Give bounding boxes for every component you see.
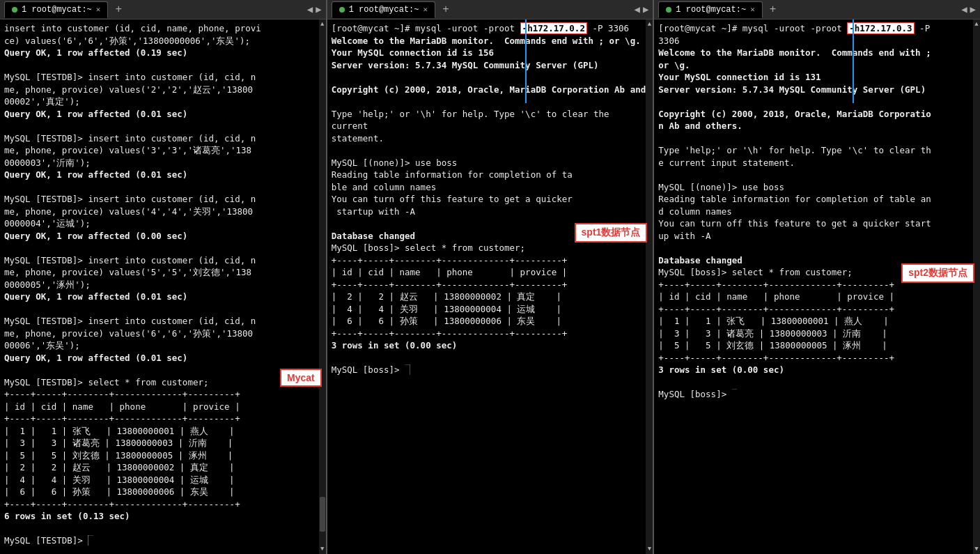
terminal-content-3[interactable]: [root@mycat ~]# mysql -uroot -proot -h17…	[654, 20, 980, 554]
nav-left-3[interactable]: ◀	[961, 3, 967, 15]
tab-close-2[interactable]: ✕	[423, 5, 428, 14]
tab-plus-2[interactable]: +	[438, 3, 453, 16]
terminal-text-2: [root@mycat ~]# mysql -uroot -proot -h17…	[332, 22, 649, 376]
scroll-down-2[interactable]: ▼	[648, 546, 651, 553]
scrollbar-2[interactable]: ▲ ▼	[646, 20, 653, 554]
tab-dot-1	[12, 7, 17, 13]
terminal-text-1: insert into customer (id, cid, name, pho…	[4, 22, 322, 547]
terminal-content-2[interactable]: [root@mycat ~]# mysql -uroot -proot -h17…	[327, 20, 653, 554]
tab-label-1: 1 root@mycat:~	[22, 5, 92, 15]
terminal-panel-2: 1 root@mycat:~ ✕ + ◀ ▶ [root@mycat ~]# m…	[327, 0, 655, 554]
scroll-up-3[interactable]: ▲	[974, 21, 978, 28]
tab-nav-3: ◀ ▶	[961, 3, 976, 15]
terminal-panel-3: 1 root@mycat:~ ✕ + ◀ ▶ [root@mycat ~]# m…	[654, 0, 980, 554]
tab-1[interactable]: 1 root@mycat:~ ✕	[4, 1, 108, 18]
tab-close-3[interactable]: ✕	[750, 5, 755, 14]
tab-bar-3: 1 root@mycat:~ ✕ + ◀ ▶	[654, 0, 980, 20]
scrollbar-3[interactable]: ▲ ▼	[973, 20, 980, 554]
blue-line-3	[853, 20, 854, 103]
tab-label-3: 1 root@mycat:~	[676, 5, 746, 15]
spt2-annotation-label: spt2数据节点	[901, 263, 974, 283]
tab-bar-1: 1 root@mycat:~ ✕ + ◀ ▶	[0, 0, 326, 20]
nav-left-1[interactable]: ◀	[307, 3, 313, 15]
scroll-down-1[interactable]: ▼	[320, 546, 324, 553]
terminals-container: 1 root@mycat:~ ✕ + ◀ ▶ insert into custo…	[0, 0, 980, 554]
terminal-text-3: [root@mycat ~]# mysql -uroot -proot -h17…	[658, 22, 976, 401]
terminal-panel-1: 1 root@mycat:~ ✕ + ◀ ▶ insert into custo…	[0, 0, 327, 554]
terminal-content-1[interactable]: insert into customer (id, cid, name, pho…	[0, 20, 326, 554]
tab-close-1[interactable]: ✕	[96, 5, 101, 14]
tab-2[interactable]: 1 root@mycat:~ ✕	[332, 1, 435, 18]
blue-line-2	[525, 20, 527, 103]
tab-plus-1[interactable]: +	[111, 3, 126, 16]
scroll-down-3[interactable]: ▼	[974, 546, 978, 553]
tab-nav-2: ◀ ▶	[634, 3, 648, 15]
tab-nav-1: ◀ ▶	[307, 3, 322, 15]
tab-bar-2: 1 root@mycat:~ ✕ + ◀ ▶	[327, 0, 653, 20]
nav-left-2[interactable]: ◀	[634, 3, 639, 15]
scrollbar-1[interactable]: ▲ ▼	[319, 20, 326, 554]
scroll-up-1[interactable]: ▲	[320, 21, 324, 28]
spt1-annotation-label: spt1数据节点	[575, 223, 648, 243]
tab-label-2: 1 root@mycat:~	[349, 5, 419, 15]
nav-right-1[interactable]: ▶	[316, 3, 321, 15]
nav-right-2[interactable]: ▶	[643, 3, 648, 15]
scroll-up-2[interactable]: ▲	[648, 21, 651, 28]
mycat-annotation-label: Mycat	[280, 369, 322, 387]
tab-plus-3[interactable]: +	[765, 3, 781, 16]
nav-right-3[interactable]: ▶	[970, 3, 976, 15]
tab-3[interactable]: 1 root@mycat:~ ✕	[658, 1, 762, 18]
tab-dot-3	[666, 7, 671, 13]
tab-dot-2	[339, 7, 345, 13]
